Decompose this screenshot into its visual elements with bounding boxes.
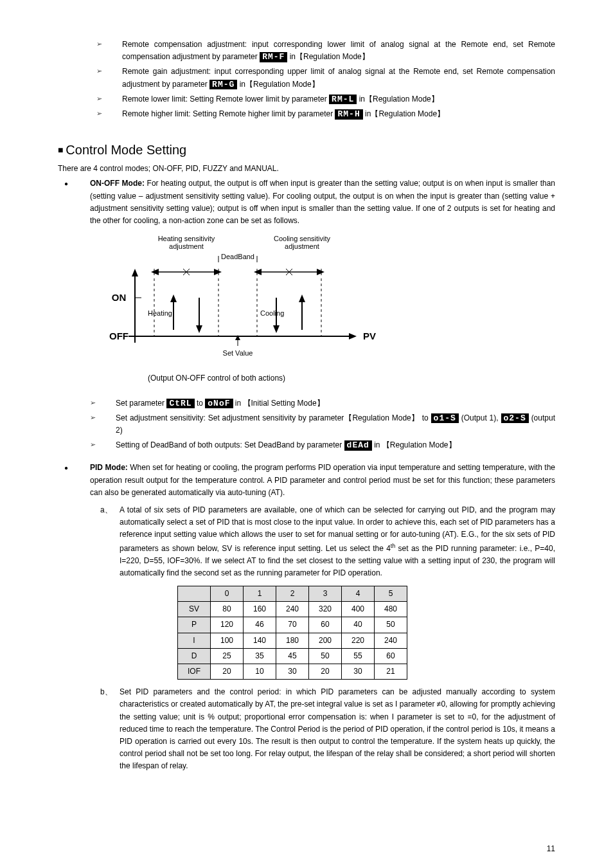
svg-marker-1 (132, 269, 138, 276)
svg-marker-28 (196, 325, 202, 333)
svg-marker-11 (214, 269, 222, 275)
label-cooling: Cooling (260, 309, 284, 317)
svg-marker-10 (151, 269, 159, 275)
list-item: Remote lower limit: Setting Remote lower… (96, 93, 555, 105)
lcd-param: oNoF (205, 399, 233, 409)
onoff-mode-block: ON-OFF Mode: For heating output, the out… (64, 177, 555, 451)
lcd-param: o2-S (501, 413, 529, 424)
list-item: Set adjustment sensitivity: Set adjustme… (90, 412, 555, 437)
mode-list: ON-OFF Mode: For heating output, the out… (58, 177, 555, 772)
pid-mode-block: PID Mode: When set for heating or coolin… (64, 462, 555, 772)
lcd-param: RM-F (260, 52, 287, 62)
onoff-diagram: Heating sensitivityadjustment Cooling se… (109, 233, 353, 366)
label-heat-sens: Heating sensitivityadjustment (158, 235, 215, 250)
table-row: IOF201030203021 (178, 664, 407, 680)
label-on: ON (112, 292, 127, 303)
lcd-param: o1-S (431, 413, 459, 424)
svg-marker-32 (299, 294, 305, 302)
diagram-caption: (Output ON-OFF control of both actions) (148, 372, 555, 384)
label-pv: PV (363, 330, 376, 341)
table-row: I100140180200220240 (178, 633, 407, 648)
remote-adjustment-list: Remote compensation adjustment: input co… (58, 39, 555, 120)
svg-marker-17 (254, 269, 262, 275)
list-item: Remote gain adjustment: input correspond… (96, 66, 555, 90)
mode-title: PID Mode: (90, 463, 128, 472)
list-item: Setting of DeadBand of both outputs: Set… (90, 439, 555, 451)
pid-table: 0 1 2 3 4 5 SV80160240320400480 P1204670… (177, 586, 407, 680)
svg-marker-30 (273, 325, 280, 333)
svg-marker-26 (170, 294, 177, 302)
label-off: OFF (109, 330, 129, 341)
list-item: Remote higher limit: Setting Remote high… (96, 108, 555, 120)
svg-marker-3 (349, 333, 357, 339)
svg-marker-18 (317, 269, 324, 275)
lcd-param: dEAd (344, 440, 372, 451)
lcd-param: RM-L (329, 95, 357, 105)
lcd-param: RM-H (335, 109, 362, 120)
table-row: SV80160240320400480 (178, 602, 407, 617)
label-sv: Set Value (223, 349, 253, 357)
table-row: D253545505560 (178, 648, 407, 664)
onoff-sublist: Set parameter CtRL to oNoF in 【Initial S… (90, 397, 555, 452)
lcd-param: CtRL (166, 399, 194, 409)
list-item: a、 A total of six sets of PID parameters… (100, 504, 555, 680)
label-deadband: DeadBand (221, 253, 254, 260)
pid-sublist: a、 A total of six sets of PID parameters… (90, 504, 555, 773)
label-cool-sens: Cooling sensitivityadjustment (274, 235, 331, 250)
list-item: b、 Set PID parameters and the control pe… (100, 686, 555, 772)
section-heading: Control Mode Setting (58, 140, 555, 160)
label-heating: Heating (148, 309, 172, 317)
table-row: P1204670604050 (178, 617, 407, 633)
lcd-param: RM-G (209, 80, 237, 90)
list-item: Set parameter CtRL to oNoF in 【Initial S… (90, 397, 555, 410)
mode-title: ON-OFF Mode: (90, 179, 145, 188)
section-intro: There are 4 control modes; ON-OFF, PID, … (58, 163, 555, 175)
diagram-svg: Heating sensitivityadjustment Cooling se… (109, 233, 379, 362)
list-item: Remote compensation adjustment: input co… (96, 39, 555, 63)
table-row: 0 1 2 3 4 5 (178, 586, 407, 602)
